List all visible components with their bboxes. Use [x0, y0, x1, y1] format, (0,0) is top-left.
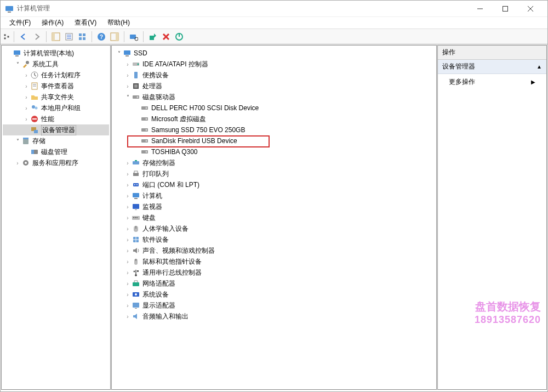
- actions-section-header[interactable]: 设备管理器 ▲: [438, 60, 546, 74]
- device-tree-item[interactable]: ›声音、视频和游戏控制器: [113, 245, 435, 256]
- uninstall-device-button[interactable]: [160, 31, 172, 43]
- show-hide-tree-button[interactable]: [50, 31, 62, 43]
- expand-toggle[interactable]: ›: [22, 105, 30, 111]
- expand-toggle[interactable]: ›: [124, 248, 132, 254]
- expand-toggle[interactable]: ˅: [115, 50, 123, 56]
- expand-toggle[interactable]: ›: [124, 204, 132, 210]
- left-nav-tree[interactable]: 计算机管理(本地)˅系统工具›任务计划程序›事件查看器›共享文件夹›本地用户和组…: [1, 45, 111, 390]
- nav-tree-item[interactable]: ›服务和应用程序: [3, 157, 109, 168]
- nav-tree-item[interactable]: 磁盘管理: [3, 146, 109, 157]
- device-tree-item[interactable]: ›键盘: [113, 212, 435, 223]
- close-button[interactable]: [518, 1, 543, 17]
- expand-toggle[interactable]: ›: [124, 270, 132, 276]
- svg-rect-45: [31, 150, 34, 154]
- tree-item-label: 监视器: [142, 202, 162, 212]
- device-tree-item[interactable]: ›处理器: [113, 81, 435, 92]
- device-tree-item[interactable]: ›鼠标和其他指针设备: [113, 256, 435, 267]
- nav-tree-item[interactable]: ›共享文件夹: [3, 92, 109, 103]
- device-tree-item[interactable]: ›IDE ATA/ATAPI 控制器: [113, 59, 435, 70]
- properties-button[interactable]: [63, 31, 75, 43]
- device-tree-item[interactable]: ›网络适配器: [113, 278, 435, 289]
- device-tree-item[interactable]: ›便携设备: [113, 70, 435, 81]
- portable-icon: [132, 71, 140, 79]
- tree-item-label: 服务和应用程序: [32, 158, 78, 168]
- ide-icon: [132, 60, 140, 69]
- device-tree-item[interactable]: ›显示适配器: [113, 300, 435, 311]
- expand-toggle[interactable]: ›: [22, 94, 30, 100]
- menu-file[interactable]: 文件(F): [5, 17, 35, 29]
- tb-rebuild-icon[interactable]: [3, 31, 10, 43]
- expand-toggle[interactable]: ˅: [124, 94, 132, 100]
- device-tree-item[interactable]: ›通用串行总线控制器: [113, 267, 435, 278]
- device-tree-item[interactable]: ›打印队列: [113, 168, 435, 179]
- menu-view[interactable]: 查看(V): [70, 17, 101, 29]
- nav-tree-item[interactable]: ›事件查看器: [3, 81, 109, 92]
- collapse-icon[interactable]: ▲: [536, 64, 542, 70]
- svg-point-37: [35, 107, 38, 110]
- device-tree-item[interactable]: ›系统设备: [113, 289, 435, 300]
- tree-item-label: Microsoft 虚拟磁盘: [151, 115, 206, 124]
- expand-toggle[interactable]: ›: [124, 281, 132, 287]
- nav-tree-item[interactable]: ›任务计划程序: [3, 70, 109, 81]
- device-tree-item[interactable]: TOSHIBA Q300: [113, 146, 435, 157]
- update-driver-button[interactable]: [147, 31, 159, 43]
- tree-item-label: 计算机: [142, 191, 162, 201]
- nav-tree-item[interactable]: ›性能: [3, 113, 109, 124]
- tree-item-label: IDE ATA/ATAPI 控制器: [142, 60, 208, 69]
- scan-hardware-button[interactable]: [128, 31, 140, 43]
- device-tree-item[interactable]: ˅磁盘驱动器: [113, 92, 435, 103]
- expand-toggle[interactable]: ›: [124, 160, 132, 166]
- device-tree-item[interactable]: ›软件设备: [113, 234, 435, 245]
- expand-toggle[interactable]: ›: [124, 237, 132, 243]
- device-tree-item[interactable]: ›计算机: [113, 190, 435, 201]
- menu-action[interactable]: 操作(A): [37, 17, 68, 29]
- device-tree-item[interactable]: ›存储控制器: [113, 157, 435, 168]
- device-tree-item[interactable]: ›端口 (COM 和 LPT): [113, 179, 435, 190]
- expand-toggle[interactable]: ›: [124, 61, 132, 67]
- expand-toggle[interactable]: ›: [124, 259, 132, 265]
- minimize-button[interactable]: [467, 1, 493, 17]
- expand-toggle[interactable]: ›: [22, 72, 30, 78]
- menu-help[interactable]: 帮助(H): [103, 17, 134, 29]
- device-tree-item[interactable]: ˅SSD: [113, 48, 435, 59]
- maximize-button[interactable]: [493, 1, 518, 17]
- device-tree-item[interactable]: DELL PERC H700 SCSI Disk Device: [113, 103, 435, 113]
- expand-toggle[interactable]: ›: [124, 171, 132, 177]
- expand-toggle[interactable]: ›: [22, 83, 30, 89]
- expand-toggle[interactable]: ›: [124, 303, 132, 309]
- expand-toggle[interactable]: ˅: [14, 61, 21, 67]
- more-actions-row[interactable]: 更多操作 ▶: [438, 74, 546, 90]
- nav-tree-item[interactable]: ˅系统工具: [3, 59, 109, 70]
- nav-tree-item[interactable]: ›本地用户和组: [3, 103, 109, 113]
- svg-point-36: [32, 105, 35, 109]
- nav-tree-item[interactable]: 设备管理器: [3, 124, 109, 135]
- view-options-button[interactable]: [76, 31, 88, 43]
- forward-button[interactable]: [31, 31, 43, 43]
- expand-toggle[interactable]: ›: [124, 292, 132, 298]
- expand-toggle[interactable]: ˅: [14, 138, 21, 144]
- back-button[interactable]: [18, 31, 30, 43]
- expand-toggle[interactable]: ›: [124, 193, 132, 199]
- help-button[interactable]: ?: [95, 31, 107, 43]
- nav-tree-item[interactable]: ˅存储: [3, 135, 109, 146]
- nav-tree-item[interactable]: 计算机管理(本地): [3, 48, 109, 59]
- svg-rect-93: [133, 303, 139, 308]
- expand-toggle[interactable]: ›: [22, 116, 30, 122]
- device-tree-item[interactable]: Samsung SSD 750 EVO 250GB: [113, 124, 435, 135]
- expand-toggle[interactable]: ›: [124, 72, 132, 78]
- device-tree-item[interactable]: SanDisk Firebird USB Device: [113, 135, 435, 146]
- action-pane-button[interactable]: [109, 31, 121, 43]
- device-tree-item[interactable]: ›音频输入和输出: [113, 311, 435, 322]
- device-tree-item[interactable]: ›监视器: [113, 201, 435, 212]
- expand-toggle[interactable]: ›: [124, 215, 132, 221]
- expand-toggle[interactable]: ›: [124, 182, 132, 188]
- expand-toggle[interactable]: ›: [124, 314, 132, 320]
- disable-device-button[interactable]: [173, 31, 185, 43]
- device-tree-item[interactable]: ›人体学输入设备: [113, 223, 435, 234]
- expand-toggle[interactable]: ›: [124, 83, 132, 89]
- expand-toggle[interactable]: ›: [124, 226, 132, 232]
- storage-ctrl-icon: [132, 158, 140, 167]
- expand-toggle[interactable]: ›: [14, 160, 21, 166]
- device-tree-item[interactable]: Microsoft 虚拟磁盘: [113, 113, 435, 124]
- device-tree-pane[interactable]: ˅SSD›IDE ATA/ATAPI 控制器›便携设备›处理器˅磁盘驱动器DEL…: [111, 45, 437, 390]
